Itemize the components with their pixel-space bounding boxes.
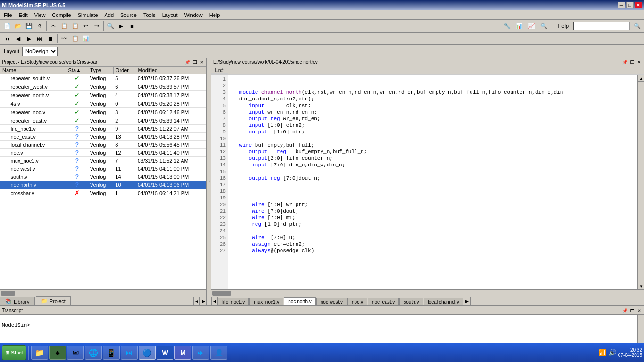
table-row[interactable]: repeater_east.v✓Verilog204/07/15 05:39:1… (0, 116, 206, 125)
vscroll-track[interactable] (638, 82, 644, 283)
source-tabs-next[interactable]: ▶ (464, 297, 471, 305)
undo-btn[interactable]: ↩ (81, 21, 91, 31)
taskbar-app-phone[interactable]: 📱 (103, 346, 120, 360)
wave-btn[interactable]: 〰 (59, 33, 69, 44)
menu-simulate[interactable]: Simulate (75, 12, 101, 18)
help-go-btn[interactable]: 🔍 (632, 21, 642, 31)
source-vscroll[interactable]: ▲ ▼ (637, 75, 644, 289)
source-hscroll-thumb[interactable] (212, 291, 231, 296)
source-tab-local_channel.v[interactable]: local channel.v (424, 298, 463, 305)
project-expand-btn[interactable]: 🗖 (192, 60, 198, 65)
compile-btn[interactable]: ▶ (116, 21, 126, 31)
menu-add[interactable]: Add (102, 12, 117, 18)
table-row[interactable]: noc.v?Verilog1204/01/15 04:11:40 PM (0, 149, 206, 157)
source-tab-noc_west.v[interactable]: noc west.v (316, 298, 347, 305)
sim-continue[interactable]: ⏭ (34, 33, 45, 44)
tb-right-3[interactable]: 📈 (526, 21, 537, 31)
minimize-button[interactable]: ─ (618, 2, 625, 8)
close-button[interactable]: ✕ (635, 2, 642, 8)
taskbar-app-word[interactable]: W (157, 346, 173, 360)
mem-btn[interactable]: 📊 (81, 33, 91, 44)
menu-help[interactable]: Help (206, 12, 223, 18)
table-row[interactable]: fifo_noc1.v?Verilog904/05/15 11:22:07 AM (0, 125, 206, 133)
table-row[interactable]: crossbar.v✗Verilog104/07/15 06:14:21 PM (0, 189, 206, 197)
redo-btn[interactable]: ↪ (91, 21, 102, 31)
taskbar-app-2[interactable]: ♣ (49, 346, 66, 360)
tabs-nav-left[interactable]: ◀ (193, 297, 200, 305)
tb-right-2[interactable]: 📊 (514, 21, 524, 31)
layout-select[interactable]: NoDesign (22, 47, 58, 56)
source-pin-btn[interactable]: 📌 (621, 60, 628, 65)
source-tab-fifo_noc1.v[interactable]: fifo_noc1.v (218, 298, 249, 305)
project-hscroll-thumb[interactable] (1, 291, 15, 296)
source-close-btn[interactable]: ✕ (636, 60, 642, 65)
menu-view[interactable]: View (32, 12, 49, 18)
taskbar-app-ie[interactable]: 🌐 (85, 346, 102, 360)
table-row[interactable]: noc north.v?Verilog1004/01/15 04:13:06 P… (0, 181, 206, 189)
paste-btn[interactable]: 📋 (70, 21, 80, 31)
cut-btn[interactable]: ✂ (48, 21, 58, 31)
log-btn[interactable]: 📋 (70, 33, 80, 44)
transcript-close-btn[interactable]: ✕ (636, 308, 642, 313)
tb-right-1[interactable]: 🔧 (502, 21, 512, 31)
project-hscroll[interactable] (0, 289, 206, 296)
copy-btn[interactable]: 📋 (59, 21, 69, 31)
resize-handle[interactable]: ⋮ (207, 58, 211, 305)
transcript-pin-btn[interactable]: 📌 (621, 308, 628, 313)
menu-file[interactable]: File (1, 12, 15, 18)
project-pin-btn[interactable]: 📌 (184, 60, 191, 65)
code-content[interactable]: module channel_north(clk,rst,wr_en_n,rd_… (228, 75, 637, 289)
transcript-expand-btn[interactable]: 🗖 (629, 308, 636, 313)
menu-compile[interactable]: Compile (49, 12, 74, 18)
sim-stop[interactable]: ⏹ (45, 33, 56, 44)
tb-right-4[interactable]: 🔍 (538, 21, 549, 31)
source-tab-noc_north.v[interactable]: noc north.v (284, 297, 315, 305)
table-row[interactable]: noc_east.v?Verilog1304/01/15 04:13:28 PM (0, 133, 206, 141)
maximize-button[interactable]: □ (626, 2, 634, 8)
open-btn[interactable]: 📂 (13, 21, 23, 31)
menu-source[interactable]: Source (117, 12, 140, 18)
save-btn[interactable]: 💾 (24, 21, 34, 31)
sim-rewind[interactable]: ⏮ (2, 33, 12, 44)
tabs-nav-right[interactable]: ▶ (200, 297, 206, 305)
table-row[interactable]: local channel.v?Verilog804/07/15 05:56:4… (0, 141, 206, 149)
tab-project[interactable]: 📁 Project (36, 296, 71, 305)
taskbar-app-girl[interactable]: 👤 (210, 346, 227, 360)
find-btn[interactable]: 🔍 (105, 21, 116, 31)
project-close-btn[interactable]: ✕ (199, 60, 205, 65)
start-button[interactable]: ⊞ Start (2, 345, 26, 360)
table-row[interactable]: repeater_noc.v✓Verilog304/07/15 06:12:46… (0, 108, 206, 116)
taskbar-app-explorer[interactable]: 📁 (31, 346, 48, 360)
taskbar-app-media1[interactable]: ⏭ (121, 346, 138, 360)
table-row[interactable]: south.v?Verilog1404/01/15 04:13:00 PM (0, 173, 206, 181)
tab-library[interactable]: 📚 Library (0, 297, 35, 305)
print-btn[interactable]: 🖨 (34, 21, 45, 31)
menu-layout[interactable]: Layout (159, 12, 181, 18)
menu-edit[interactable]: Edit (16, 12, 31, 18)
menu-tools[interactable]: Tools (140, 12, 158, 18)
table-row[interactable]: repeater_south.v✓Verilog504/07/15 05:37:… (0, 74, 206, 82)
taskbar-app-email[interactable]: ✉ (67, 346, 84, 360)
source-tab-noc.v[interactable]: noc.v (347, 298, 367, 305)
taskbar-app-media2[interactable]: ⏭ (192, 346, 209, 360)
menu-window[interactable]: Window (182, 12, 206, 18)
table-row[interactable]: noc west.v?Verilog1104/01/15 04:11:00 PM (0, 165, 206, 173)
source-tab-noc_east.v[interactable]: noc_east.v (368, 298, 399, 305)
source-tabs-prev[interactable]: ◀ (211, 297, 218, 305)
table-row[interactable]: 4s.v✓Verilog004/01/15 05:20:28 PM (0, 99, 206, 108)
taskbar-app-chrome[interactable]: 🔵 (139, 346, 156, 360)
stop-btn[interactable]: ⏹ (127, 21, 137, 31)
source-hscroll[interactable] (211, 289, 644, 296)
sim-run[interactable]: ▶ (24, 33, 34, 44)
vscroll-up[interactable]: ▲ (638, 75, 644, 82)
new-btn[interactable]: 📄 (2, 21, 12, 31)
sim-step-back[interactable]: ◀ (13, 33, 23, 44)
table-row[interactable]: mux_noc1.v?Verilog703/31/15 11:52:12 AM (0, 157, 206, 165)
taskbar-app-modelsim[interactable]: M (174, 346, 191, 360)
source-expand-btn[interactable]: 🗖 (629, 60, 636, 65)
vscroll-down[interactable]: ▼ (638, 283, 644, 289)
help-search-input[interactable] (573, 22, 630, 30)
table-row[interactable]: repeater_west.v✓Verilog604/07/15 05:39:5… (0, 82, 206, 91)
source-tab-mux_noc1.v[interactable]: mux_noc1.v (249, 298, 283, 305)
table-row[interactable]: repeater_north.v✓Verilog404/07/15 05:38:… (0, 91, 206, 99)
